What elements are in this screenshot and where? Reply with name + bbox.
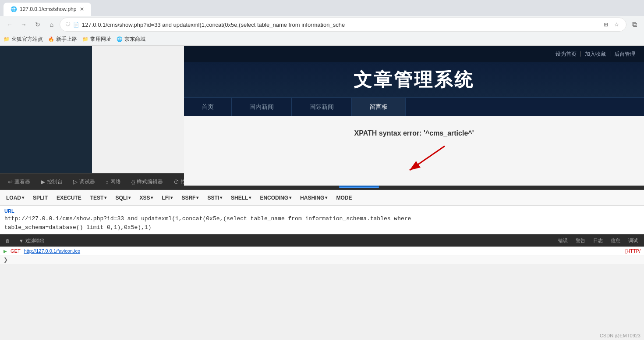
hackbar-ssti-btn[interactable]: SSTI ▾ — [205, 193, 225, 202]
page-wrapper: 设为首页 | 加入收藏 | 后台管理 文章管理系统 首页 国内新闻 国际新闻 留… — [0, 46, 644, 173]
browser-tab[interactable]: 🌐 127.0.0.1/cms/show.php ✕ — [4, 3, 91, 16]
tab-favicon: 🌐 — [11, 6, 17, 12]
console-label: 控制台 — [47, 178, 63, 186]
cms-title: 文章管理系统 — [354, 68, 474, 92]
bookmark-common[interactable]: 📁 常用网址 — [82, 36, 111, 43]
filter-output-btn[interactable]: ▼ 过滤输出 — [15, 236, 48, 245]
cms-title-bar: 文章管理系统 — [184, 62, 644, 97]
shell-dropdown-arrow: ▾ — [249, 195, 251, 200]
cms-page: 设为首页 | 加入收藏 | 后台管理 文章管理系统 首页 国内新闻 国际新闻 留… — [184, 46, 644, 173]
sep2: | — [609, 50, 611, 58]
console-log-entry: ▶ GET http://127.0.0.1/favicon.ico [HTTP… — [0, 247, 644, 255]
tab-bar: 🌐 127.0.0.1/cms/show.php ✕ — [0, 0, 644, 16]
bookmark-foxofficial[interactable]: 📁 火狐官方站点 — [4, 36, 43, 43]
style-editor-label: 样式编辑器 — [137, 178, 163, 186]
set-homepage-link[interactable]: 设为首页 — [556, 50, 577, 58]
hackbar-toolbar: LOAD ▾ SPLIT EXECUTE TEST ▾ SQLI ▾ XSS ▾… — [0, 190, 644, 206]
hackbar-url-label: URL — [4, 208, 640, 214]
hackbar-url-area: URL http://127.0.0.1/cms/show.php?id=33 … — [0, 206, 644, 234]
cms-nav: 首页 国内新闻 国际新闻 留言板 — [184, 97, 644, 116]
nav-bar: ← → ↻ ⌂ 🛡 📄 127.0.0.1/cms/show.php?id=33… — [0, 16, 644, 33]
bookmark-label: 常用网址 — [90, 36, 111, 43]
info-filter-btn[interactable]: 信息 — [608, 236, 623, 245]
folder-icon: 📁 — [4, 36, 10, 42]
trash-icon: 🗑 — [5, 238, 10, 243]
lfi-dropdown-arrow: ▾ — [170, 195, 173, 200]
log-filter-btn[interactable]: 日志 — [591, 236, 605, 245]
devtools-bottom-bar: 🗑 ▼ 过滤输出 错误 警告 日志 信息 调试 — [0, 234, 644, 247]
tab-title: 127.0.0.1/cms/show.php — [20, 6, 77, 12]
back-button[interactable]: ← — [4, 18, 16, 31]
qr-icon[interactable]: ⊞ — [602, 20, 610, 29]
shield-icon: 🛡 — [65, 21, 71, 28]
devtools-tab-network[interactable]: ↕ 网络 — [101, 176, 125, 188]
hackbar-shell-btn[interactable]: SHELL ▾ — [228, 193, 254, 202]
inspector-icon: ↩ — [8, 179, 13, 185]
debugger-icon: ▷ — [73, 179, 78, 185]
home-button[interactable]: ⌂ — [46, 18, 58, 31]
extensions-button[interactable]: ⧉ — [628, 18, 640, 31]
log-http-method: GET — [11, 248, 21, 254]
page-icon: 📄 — [73, 22, 79, 28]
filter-label: 过滤输出 — [25, 237, 45, 244]
bookmarks-bar: 📁 火狐官方站点 🔥 新手上路 📁 常用网址 🌐 京东商城 — [0, 33, 644, 46]
perf-icon: ⏱ — [173, 179, 179, 185]
devtools-tab-inspector[interactable]: ↩ 查看器 — [4, 176, 35, 188]
console-input-line: ❯ — [0, 255, 644, 264]
devtools-tab-debugger[interactable]: ▷ 调试器 — [69, 176, 99, 188]
watermark: CSDN @EMT0923 — [600, 333, 640, 338]
url-line1: http://127.0.0.1/cms/show.php?id=33 and … — [4, 215, 411, 222]
hackbar-sqli-btn[interactable]: SQLI ▾ — [113, 193, 133, 202]
bookmark-newbie[interactable]: 🔥 新手上路 — [48, 36, 77, 43]
test-dropdown-arrow: ▾ — [104, 195, 106, 200]
hackbar-mode-btn[interactable]: MODE — [333, 193, 354, 202]
hackbar-split-btn[interactable]: SPLIT — [30, 193, 50, 202]
reload-button[interactable]: ↻ — [32, 18, 44, 31]
address-text: 127.0.0.1/cms/show.php?id=33 and updatex… — [82, 21, 599, 28]
clear-console-btn[interactable]: 🗑 — [4, 237, 12, 244]
network-icon: ↕ — [106, 179, 109, 185]
sep1: | — [580, 50, 581, 58]
debug-filter-btn[interactable]: 调试 — [626, 236, 640, 245]
bookmark-label: 京东商城 — [124, 36, 145, 43]
nav-domestic[interactable]: 国内新闻 — [232, 98, 292, 116]
devtools-tab-console[interactable]: ▶ 控制台 — [36, 176, 67, 188]
nav-international[interactable]: 国际新闻 — [292, 98, 352, 116]
hackbar-encoding-btn[interactable]: ENCODING ▾ — [257, 193, 294, 202]
warning-filter-btn[interactable]: 警告 — [573, 236, 588, 245]
bookmark-jd[interactable]: 🌐 京东商城 — [117, 36, 145, 43]
console-prompt-arrow: ❯ — [4, 257, 8, 263]
left-sidebar — [0, 46, 92, 173]
cms-header: 设为首页 | 加入收藏 | 后台管理 — [184, 46, 644, 62]
arrow-annotation — [348, 142, 480, 177]
hackbar-lfi-btn[interactable]: LFI ▾ — [159, 193, 175, 202]
console-icon: ▶ — [41, 179, 45, 185]
hackbar-ssrf-btn[interactable]: SSRF ▾ — [179, 193, 201, 202]
hackbar-execute-btn[interactable]: EXECUTE — [54, 193, 84, 202]
hackbar-test-btn[interactable]: TEST ▾ — [88, 193, 110, 202]
folder-icon: 📁 — [82, 36, 88, 42]
log-request-url[interactable]: http://127.0.0.1/favicon.ico — [24, 248, 80, 254]
hackbar-load-btn[interactable]: LOAD ▾ — [4, 193, 27, 202]
debugger-label: 调试器 — [79, 178, 95, 186]
add-favorites-link[interactable]: 加入收藏 — [585, 50, 606, 58]
nav-guestbook[interactable]: 留言板 — [352, 98, 406, 116]
bookmark-label: 新手上路 — [56, 36, 77, 43]
hashing-dropdown-arrow: ▾ — [325, 195, 327, 200]
devtools-tab-style-editor[interactable]: {} 样式编辑器 — [127, 176, 168, 188]
url-line2: table_schema=database() limit 0,1),0x5e)… — [4, 224, 151, 231]
log-expand-arrow[interactable]: ▶ — [4, 249, 7, 254]
log-level-buttons: 错误 警告 日志 信息 调试 — [556, 236, 640, 245]
hackbar-xss-btn[interactable]: XSS ▾ — [137, 193, 156, 202]
hackbar-url-text[interactable]: http://127.0.0.1/cms/show.php?id=33 and … — [4, 215, 640, 232]
error-filter-btn[interactable]: 错误 — [556, 236, 570, 245]
admin-link[interactable]: 后台管理 — [614, 50, 635, 58]
ssrf-dropdown-arrow: ▾ — [196, 195, 198, 200]
nav-home[interactable]: 首页 — [184, 98, 232, 116]
tab-close-icon[interactable]: ✕ — [80, 6, 84, 12]
xss-dropdown-arrow: ▾ — [151, 195, 153, 200]
address-bar[interactable]: 🛡 📄 127.0.0.1/cms/show.php?id=33 and upd… — [60, 18, 626, 32]
hackbar-hashing-btn[interactable]: HASHING ▾ — [297, 193, 330, 202]
star-icon[interactable]: ☆ — [612, 20, 621, 29]
forward-button[interactable]: → — [18, 18, 30, 31]
